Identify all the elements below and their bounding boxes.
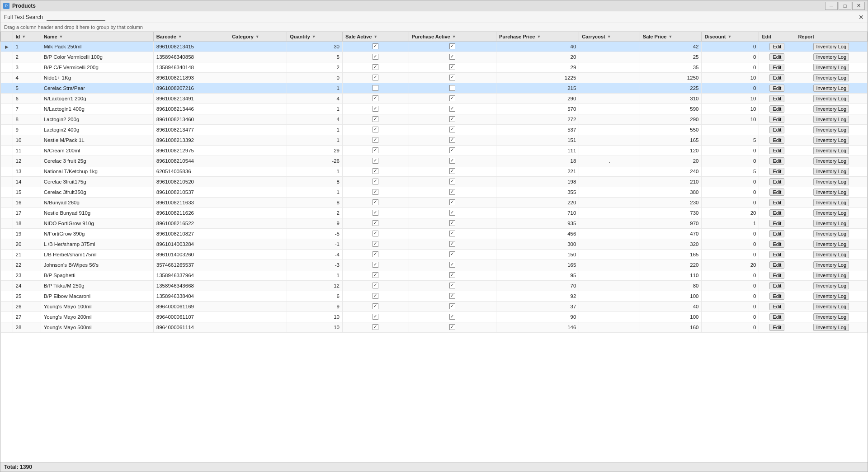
inventory-log-button[interactable]: Inventory Log bbox=[813, 116, 849, 123]
inventory-log-button[interactable]: Inventory Log bbox=[813, 168, 849, 175]
row-expand-icon[interactable] bbox=[1, 94, 13, 104]
row-expand-icon[interactable] bbox=[1, 166, 13, 177]
edit-button[interactable]: Edit bbox=[769, 293, 784, 300]
row-expand-icon[interactable] bbox=[1, 218, 13, 229]
row-expand-icon[interactable] bbox=[1, 73, 13, 83]
edit-button[interactable]: Edit bbox=[769, 261, 784, 269]
row-expand-icon[interactable] bbox=[1, 125, 13, 135]
edit-button[interactable]: Edit bbox=[769, 157, 784, 165]
col-category[interactable]: Category ▼ bbox=[229, 32, 287, 42]
table-row[interactable]: 19N/FortiGrow 390g8961008210827-54564700… bbox=[1, 229, 868, 239]
edit-button[interactable]: Edit bbox=[769, 168, 784, 175]
edit-button[interactable]: Edit bbox=[769, 209, 784, 217]
table-row[interactable]: 6N/Lactogen1 200g8961008213491429031010E… bbox=[1, 94, 868, 104]
inventory-log-button[interactable]: Inventory Log bbox=[813, 53, 849, 61]
col-name[interactable]: Name ▼ bbox=[41, 32, 153, 42]
inventory-log-button[interactable]: Inventory Log bbox=[813, 199, 849, 206]
table-row[interactable]: 24B/P Tikka/M 250g13589463436681270800Ed… bbox=[1, 281, 868, 291]
category-filter-icon[interactable]: ▼ bbox=[255, 34, 259, 39]
inventory-log-button[interactable]: Inventory Log bbox=[813, 64, 849, 71]
inventory-log-button[interactable]: Inventory Log bbox=[813, 261, 849, 269]
table-row[interactable]: 14Cerelac 3fruit175g89610082105208198210… bbox=[1, 177, 868, 187]
table-row[interactable]: 7N/Lactogin1 400g8961008213446157059010E… bbox=[1, 104, 868, 114]
edit-button[interactable]: Edit bbox=[769, 313, 784, 321]
row-expand-icon[interactable] bbox=[1, 229, 13, 239]
edit-button[interactable]: Edit bbox=[769, 147, 784, 154]
table-row[interactable]: 10Nestle M/Pack 1L896100821339211511655E… bbox=[1, 135, 868, 146]
edit-button[interactable]: Edit bbox=[769, 85, 784, 92]
table-row[interactable]: 17Nestle Bunyad 910g89610082116262710730… bbox=[1, 208, 868, 218]
inventory-log-button[interactable]: Inventory Log bbox=[813, 137, 849, 144]
edit-button[interactable]: Edit bbox=[769, 126, 784, 133]
col-sale-price[interactable]: Sale Price ▼ bbox=[640, 32, 702, 42]
edit-button[interactable]: Edit bbox=[769, 64, 784, 71]
name-filter-icon[interactable]: ▼ bbox=[59, 34, 63, 39]
toolbar-close-icon[interactable]: ✕ bbox=[859, 14, 864, 21]
edit-button[interactable]: Edit bbox=[769, 303, 784, 310]
discount-filter-icon[interactable]: ▼ bbox=[728, 34, 732, 39]
row-expand-icon[interactable] bbox=[1, 177, 13, 187]
edit-button[interactable]: Edit bbox=[769, 251, 784, 258]
table-row[interactable]: 15Cerelac 3fruit350g89610082105371355380… bbox=[1, 187, 868, 198]
table-row[interactable]: 26Young's Mayo 100ml8964000061169937400E… bbox=[1, 302, 868, 312]
inventory-log-button[interactable]: Inventory Log bbox=[813, 313, 849, 321]
row-expand-icon[interactable] bbox=[1, 239, 13, 250]
inventory-log-button[interactable]: Inventory Log bbox=[813, 74, 849, 81]
col-barcode[interactable]: Barcode ▼ bbox=[153, 32, 229, 42]
table-row[interactable]: 13National T/Ketchup 1kg6205140058361221… bbox=[1, 166, 868, 177]
edit-button[interactable]: Edit bbox=[769, 282, 784, 289]
quantity-filter-icon[interactable]: ▼ bbox=[312, 34, 316, 39]
id-filter-icon[interactable]: ▼ bbox=[22, 34, 26, 39]
inventory-log-button[interactable]: Inventory Log bbox=[813, 147, 849, 154]
inventory-log-button[interactable]: Inventory Log bbox=[813, 178, 849, 185]
row-expand-icon[interactable] bbox=[1, 187, 13, 198]
edit-button[interactable]: Edit bbox=[769, 178, 784, 185]
inventory-log-button[interactable]: Inventory Log bbox=[813, 126, 849, 133]
row-expand-icon[interactable] bbox=[1, 198, 13, 208]
inventory-log-button[interactable]: Inventory Log bbox=[813, 230, 849, 237]
row-expand-icon[interactable] bbox=[1, 322, 13, 333]
col-discount[interactable]: Discount ▼ bbox=[702, 32, 759, 42]
edit-button[interactable]: Edit bbox=[769, 230, 784, 237]
sale-price-filter-icon[interactable]: ▼ bbox=[668, 34, 672, 39]
inventory-log-button[interactable]: Inventory Log bbox=[813, 293, 849, 300]
row-expand-icon[interactable] bbox=[1, 104, 13, 114]
table-row[interactable]: 2B/P Color Vermicelli 100g13589463408585… bbox=[1, 52, 868, 62]
row-expand-icon[interactable] bbox=[1, 312, 13, 322]
barcode-filter-icon[interactable]: ▼ bbox=[178, 34, 182, 39]
maximize-button[interactable]: □ bbox=[839, 2, 851, 10]
row-expand-icon[interactable] bbox=[1, 260, 13, 270]
table-row[interactable]: 28Young's Mayo 500ml89640000611141014616… bbox=[1, 322, 868, 333]
col-id[interactable]: Id ▼ bbox=[13, 32, 41, 42]
edit-button[interactable]: Edit bbox=[769, 220, 784, 227]
inventory-log-button[interactable]: Inventory Log bbox=[813, 189, 849, 196]
table-row[interactable]: 20L /B Her/shamp 375ml8961014003284-1300… bbox=[1, 239, 868, 250]
inventory-log-button[interactable]: Inventory Log bbox=[813, 105, 849, 113]
search-input[interactable] bbox=[47, 13, 105, 21]
inventory-log-button[interactable]: Inventory Log bbox=[813, 241, 849, 248]
edit-button[interactable]: Edit bbox=[769, 199, 784, 206]
close-button[interactable]: ✕ bbox=[852, 2, 865, 10]
inventory-log-button[interactable]: Inventory Log bbox=[813, 95, 849, 102]
row-expand-icon[interactable] bbox=[1, 302, 13, 312]
table-row[interactable]: 23B/P Spaghetti1358946337964-1951100Edit… bbox=[1, 270, 868, 281]
col-quantity[interactable]: Quantity ▼ bbox=[287, 32, 343, 42]
table-row[interactable]: 8Lactogin2 200g8961008213460427229010Edi… bbox=[1, 114, 868, 125]
row-expand-icon[interactable] bbox=[1, 52, 13, 62]
carrycost-filter-icon[interactable]: ▼ bbox=[607, 34, 611, 39]
row-expand-icon[interactable] bbox=[1, 250, 13, 260]
row-expand-icon[interactable] bbox=[1, 270, 13, 281]
row-expand-icon[interactable] bbox=[1, 291, 13, 302]
table-row[interactable]: 3B/P C/F Vermicelli 200g1358946340148229… bbox=[1, 62, 868, 73]
table-row[interactable]: ▶1Milk Pack 250ml89610082134153040420Edi… bbox=[1, 42, 868, 52]
purchase-price-filter-icon[interactable]: ▼ bbox=[537, 34, 541, 39]
inventory-log-button[interactable]: Inventory Log bbox=[813, 324, 849, 331]
edit-button[interactable]: Edit bbox=[769, 105, 784, 113]
edit-button[interactable]: Edit bbox=[769, 272, 784, 279]
edit-button[interactable]: Edit bbox=[769, 137, 784, 144]
inventory-log-button[interactable]: Inventory Log bbox=[813, 272, 849, 279]
inventory-log-button[interactable]: Inventory Log bbox=[813, 209, 849, 217]
edit-button[interactable]: Edit bbox=[769, 189, 784, 196]
row-expand-icon[interactable] bbox=[1, 83, 13, 94]
row-expand-icon[interactable] bbox=[1, 208, 13, 218]
